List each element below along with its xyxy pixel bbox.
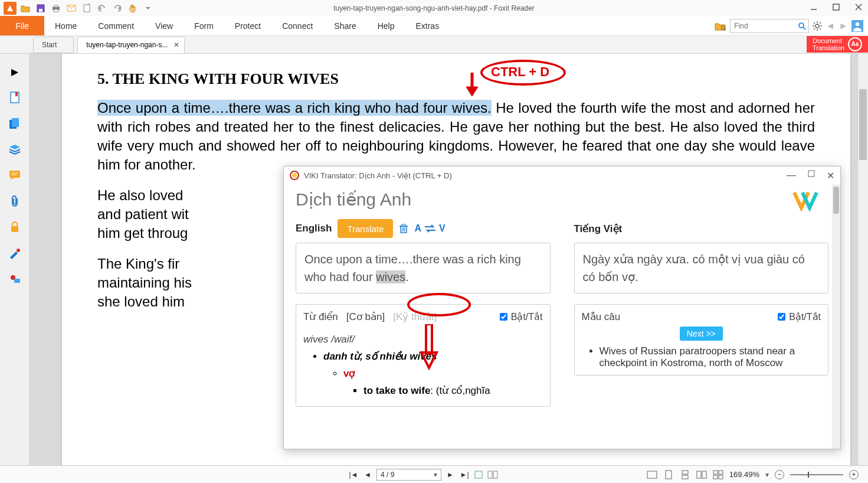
svg-point-24 (856, 22, 859, 25)
zoom-slider[interactable] (790, 474, 843, 475)
annotation-circle-word (407, 293, 471, 316)
translator-scrollbar-thumb[interactable] (833, 187, 839, 214)
source-text-area[interactable]: Once upon a time….there was a rich king … (296, 243, 551, 293)
tab-home[interactable]: Home (44, 16, 87, 35)
page-layout-icon-2[interactable] (487, 469, 498, 480)
view-mode-continuous-icon[interactable] (680, 469, 690, 480)
svg-rect-53 (713, 471, 718, 474)
tab-comment[interactable]: Comment (87, 16, 145, 35)
bookmarks-icon[interactable] (8, 90, 22, 105)
attachments-icon[interactable] (8, 194, 22, 208)
page-dropdown-icon[interactable]: ▾ (434, 471, 437, 479)
selected-text[interactable]: Once upon a time….there was a rich king … (97, 100, 492, 116)
svg-line-19 (814, 22, 815, 24)
tab-connect[interactable]: Connect (271, 16, 323, 35)
comments-icon[interactable] (8, 168, 22, 182)
page-number-box[interactable]: 4 / 9▾ (376, 469, 441, 481)
tab-start[interactable]: Start (33, 37, 74, 53)
print-icon[interactable] (50, 2, 63, 15)
read-mode-icon[interactable] (647, 469, 657, 480)
document-viewport[interactable]: 5. THE KING WITH FOUR WIVES Once upon a … (30, 54, 868, 465)
zoom-value[interactable]: 169.49% (729, 470, 759, 479)
sample-toggle-label: Bật/Tắt (789, 311, 821, 322)
minimize-icon[interactable] (808, 1, 820, 13)
page-layout-icon-1[interactable] (473, 469, 484, 480)
svg-rect-49 (682, 471, 688, 474)
pages-icon[interactable] (8, 116, 22, 130)
user-icon[interactable] (851, 20, 863, 32)
last-page-icon[interactable]: ►| (459, 469, 470, 480)
svg-point-32 (17, 249, 20, 252)
svg-rect-1 (39, 9, 42, 12)
document-translation-badge[interactable]: Document Translation Aa (807, 36, 868, 53)
svg-rect-4 (54, 9, 58, 12)
svg-rect-50 (682, 475, 688, 479)
app-icon[interactable] (4, 2, 17, 15)
signatures-icon[interactable] (8, 246, 22, 260)
sample-panel: Mẫu câu Bật/Tắt Next >> Wives of Russian… (574, 304, 829, 376)
tab-view[interactable]: View (145, 16, 184, 35)
prev-page-icon[interactable]: ◄ (362, 469, 373, 480)
translate-button[interactable]: Translate (338, 219, 393, 238)
view-mode-continuous-facing-icon[interactable] (713, 469, 723, 480)
tab-close-icon[interactable]: ✕ (173, 41, 179, 49)
open-icon[interactable] (19, 2, 32, 15)
tab-share[interactable]: Share (323, 16, 366, 35)
translator-close-icon[interactable]: ✕ (827, 170, 834, 181)
translator-heading: Dịch tiếng Anh (296, 189, 828, 210)
find-prev-icon[interactable]: ◄ (826, 21, 835, 31)
svg-line-22 (814, 28, 815, 30)
translator-minimize-icon[interactable]: — (787, 170, 796, 181)
dictionary-toggle-checkbox[interactable] (500, 313, 507, 321)
save-icon[interactable] (34, 2, 47, 15)
translator-maximize-icon[interactable] (808, 170, 815, 181)
file-tab[interactable]: File (0, 16, 44, 35)
layers-icon[interactable] (8, 142, 22, 156)
source-highlighted-word: wives (376, 270, 405, 283)
search-folder-icon[interactable] (715, 21, 726, 31)
next-sample-button[interactable]: Next >> (680, 327, 723, 341)
target-text-area[interactable]: Ngày xửa ngày xưa. có một vị vua giàu có… (574, 243, 829, 293)
ribbon-layout-icon[interactable] (785, 1, 797, 13)
dictionary-basic[interactable]: [Cơ bản] (346, 311, 385, 323)
swap-languages[interactable]: A V (414, 223, 445, 234)
find-submit-icon[interactable] (795, 21, 808, 31)
zoom-dropdown-icon[interactable]: ▾ (765, 471, 769, 479)
view-mode-single-icon[interactable] (663, 469, 674, 480)
translator-scrollbar[interactable] (832, 184, 840, 449)
page-number-text: 4 / 9 (381, 471, 394, 479)
zoom-out-icon[interactable]: − (775, 470, 784, 479)
document-scrollbar[interactable] (857, 54, 868, 465)
email-icon[interactable] (65, 2, 78, 15)
tab-form[interactable]: Form (184, 16, 224, 35)
view-mode-facing-icon[interactable] (696, 469, 707, 480)
maximize-icon[interactable] (830, 1, 842, 13)
next-page-icon[interactable]: ► (445, 469, 456, 480)
qat-dropdown-icon[interactable] (142, 2, 155, 15)
gear-icon[interactable] (813, 21, 822, 31)
svg-rect-42 (402, 224, 405, 226)
find-input[interactable] (731, 19, 795, 32)
zoom-in-icon[interactable]: + (849, 470, 859, 479)
close-icon[interactable] (853, 1, 864, 13)
tab-protect[interactable]: Protect (224, 16, 271, 35)
tab-document[interactable]: tuyen-tap-truyen-ngan-s...✕ (77, 37, 185, 53)
side-expand-icon[interactable]: ▶ (8, 64, 22, 79)
document-scrollbar-thumb[interactable] (859, 89, 867, 160)
first-page-icon[interactable]: |◄ (348, 469, 359, 480)
undo-icon[interactable] (96, 2, 109, 15)
connected-review-icon[interactable] (8, 272, 22, 286)
svg-rect-51 (697, 471, 701, 478)
svg-line-21 (820, 22, 821, 24)
sample-toggle-checkbox[interactable] (778, 313, 785, 321)
redo-icon[interactable] (111, 2, 124, 15)
hand-tool-icon[interactable] (126, 2, 139, 15)
clear-icon[interactable] (399, 223, 408, 234)
security-icon[interactable] (8, 220, 22, 234)
new-doc-icon[interactable]: * (80, 2, 93, 15)
dict-headword: wives /waif/ (303, 334, 355, 345)
tab-help[interactable]: Help (367, 16, 405, 35)
find-next-icon[interactable]: ► (838, 21, 848, 31)
tab-extras[interactable]: Extras (405, 16, 450, 35)
translator-titlebar[interactable]: VIKI Translator: Dịch Anh - Việt (CTRL +… (284, 167, 840, 184)
